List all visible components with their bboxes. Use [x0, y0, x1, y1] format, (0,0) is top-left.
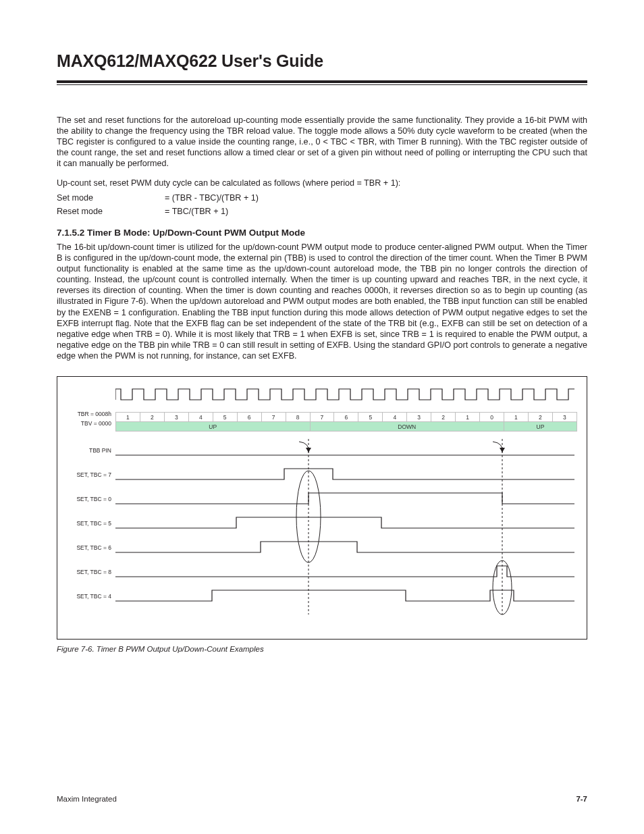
row-tbc0-label: SET, TBC = 0 [61, 496, 111, 502]
set-mode-formula: = (TBR - TBC)/(TBR + 1) [165, 191, 259, 205]
set-mode-label: Set mode [57, 191, 165, 205]
tbr-label: TBR = 0008h [61, 411, 111, 417]
rule-thin [57, 84, 587, 85]
row-tbc6-label: SET, TBC = 6 [61, 544, 111, 551]
paragraph-formula-lead: Up-count set, reset PWM duty cycle can b… [57, 178, 587, 188]
signal-traces [115, 439, 574, 628]
page: MAXQ612/MAXQ622 User's Guide The set and… [0, 0, 644, 834]
rule-thick [57, 80, 587, 83]
document-title: MAXQ612/MAXQ622 User's Guide [57, 51, 587, 71]
reset-mode-label: Reset mode [57, 205, 165, 218]
row-tbc5-label: SET, TBC = 5 [61, 520, 111, 527]
footer-page-number: 7-7 [576, 795, 587, 803]
tbb-pin-label: TBB PIN [61, 447, 111, 454]
row-tbc4-label: SET, TBC = 4 [61, 593, 111, 600]
figure-caption: Figure 7-6. Timer B PWM Output Up/Down-C… [57, 645, 587, 653]
paragraph-updown: The 16-bit up/down-count timer is utiliz… [57, 242, 587, 361]
clock-waveform [115, 386, 574, 402]
paragraph-intro: The set and reset functions for the auto… [57, 115, 587, 170]
count-grid: 123 456 787 654 321 012 3 UP DOWN UP [115, 412, 577, 432]
tbv-label: TBV = 0000 [61, 420, 111, 427]
direction-row: UP DOWN UP [116, 422, 577, 432]
section-heading: 7.1.5.2 Timer B Mode: Up/Down-Count PWM … [57, 228, 587, 238]
svg-marker-2 [306, 448, 311, 452]
footer-left: Maxim Integrated [57, 795, 117, 803]
page-footer: Maxim Integrated 7-7 [57, 795, 587, 803]
row-tbc8-label: SET, TBC = 8 [61, 569, 111, 575]
mode-formulas: Set mode = (TBR - TBC)/(TBR + 1) Reset m… [57, 191, 587, 218]
reset-mode-formula: = TBC/(TBR + 1) [165, 205, 228, 218]
count-row: 123 456 787 654 321 012 3 [116, 413, 577, 422]
figure-7-6: TBR = 0008h TBV = 0000 TBB PIN SET, TBC … [57, 376, 587, 640]
svg-marker-3 [500, 448, 505, 452]
row-tbc7-label: SET, TBC = 7 [61, 471, 111, 478]
